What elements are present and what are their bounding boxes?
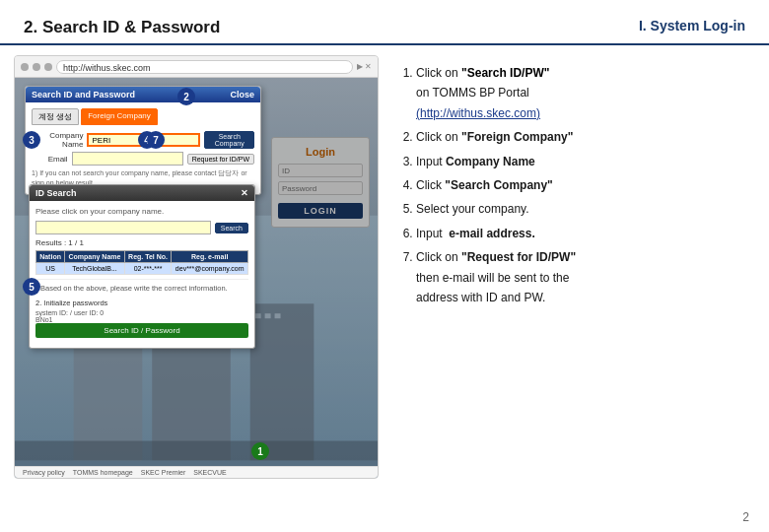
- dialog-close-btn[interactable]: Close: [230, 90, 254, 100]
- cell-nation: US: [36, 263, 65, 275]
- instruction-3: Input Company Name: [416, 152, 751, 171]
- circle-3: 3: [23, 131, 40, 149]
- tab-account-creation[interactable]: 계정 생성: [32, 108, 79, 125]
- dialog-title: Search ID and Password: [32, 90, 135, 100]
- tomms-link[interactable]: TOMMS homepage: [73, 469, 133, 476]
- browser-controls: ▶ ✕: [357, 62, 372, 71]
- instruction-5: Select your company.: [416, 199, 751, 219]
- footer-note: * Based on the above, please write the c…: [35, 284, 248, 295]
- dialog-titlebar: Search ID and Password Close: [26, 87, 260, 102]
- request-id-pw-btn[interactable]: Request for ID/PW: [187, 154, 254, 165]
- browser-footer: Privacy policy TOMMS homepage SKEC Premi…: [15, 466, 378, 478]
- browser-chrome: http://withus.skec.com ▶ ✕: [15, 56, 378, 78]
- id-search-footer: * Based on the above, please write the c…: [35, 279, 248, 295]
- col-nation: Nation: [36, 251, 65, 263]
- instruction-2: Click on "Foreign Company": [416, 127, 751, 147]
- search-company-btn[interactable]: Search Company: [204, 131, 254, 149]
- step1-link: "Search ID/PW": [461, 66, 549, 80]
- pw-section: 2. Initialize passwords system ID: / use…: [35, 299, 248, 323]
- email-input[interactable]: [72, 152, 183, 166]
- instruction-1: Click on "Search ID/PW" on TOMMS BP Port…: [416, 63, 751, 123]
- page-number: 2: [742, 510, 749, 524]
- main-content: http://withus.skec.com ▶ ✕ ← → KOR ENG: [0, 55, 769, 508]
- pw-section-title: 2. Initialize passwords: [35, 299, 248, 307]
- instructions-list: Click on "Search ID/PW" on TOMMS BP Port…: [400, 63, 751, 307]
- id-search-body: Please click on your company name. Searc…: [30, 201, 254, 348]
- browser-area: http://withus.skec.com ▶ ✕ ← → KOR ENG: [14, 55, 379, 479]
- pw-note: system ID: / user ID: 0: [35, 309, 248, 316]
- id-search-close[interactable]: ✕: [241, 188, 248, 198]
- dialog-tabs: 계정 생성 Foreign Company: [32, 108, 254, 125]
- circle-1-badge: 1: [251, 442, 269, 460]
- id-search-text-input[interactable]: [35, 221, 211, 234]
- id-search-titlebar: ID Search ✕: [30, 185, 254, 201]
- col-tel: Reg. Tel No.: [124, 251, 172, 263]
- table-row[interactable]: US TechGlobalB... 02-***-*** dev***@comp…: [36, 263, 248, 275]
- id-search-instruction: Please click on your company name.: [35, 207, 248, 217]
- id-search-btn[interactable]: Search: [215, 223, 248, 233]
- browser-dot-3: [44, 63, 52, 71]
- results-label: Results : 1 / 1: [35, 238, 248, 247]
- browser-dot-1: [21, 63, 29, 71]
- page-title: 2. Search ID & Password: [24, 18, 220, 37]
- page-section: I. System Log-in: [639, 18, 745, 33]
- email-form-row: Email Request for ID/PW: [32, 152, 254, 166]
- skecpremier-link[interactable]: SKEC Premier: [141, 469, 186, 476]
- results-table: Nation Company Name Reg. Tel No. Reg. e-…: [35, 250, 248, 275]
- page-header: 2. Search ID & Password I. System Log-in: [0, 0, 769, 45]
- email-label: Email: [32, 155, 68, 164]
- circle-2: 2: [177, 88, 195, 105]
- cell-tel: 02-***-***: [124, 263, 172, 275]
- step7-addr: address with ID and PW.: [416, 291, 545, 304]
- cell-company: TechGlobalB...: [65, 263, 125, 275]
- id-search-dialog: ID Search ✕ Please click on your company…: [29, 184, 255, 349]
- instructions-panel: Click on "Search ID/PW" on TOMMS BP Port…: [392, 55, 755, 508]
- instruction-7: Click on "Request for ID/PW" then e-mail…: [416, 247, 751, 307]
- cell-email: dev***@company.com: [172, 263, 248, 275]
- circle-5: 5: [23, 278, 40, 296]
- skecvue-link[interactable]: SKECVUE: [193, 469, 226, 476]
- id-search-input-row: Search: [35, 221, 248, 234]
- step1-url[interactable]: (http://withus.skec.com): [416, 106, 540, 120]
- instruction-4: Click "Search Company": [416, 175, 751, 195]
- col-email: Reg. e-mail: [172, 251, 248, 263]
- instruction-6: Input e-mail address.: [416, 224, 751, 243]
- browser-url: http://withus.skec.com: [56, 60, 353, 74]
- circle-7: 7: [147, 131, 165, 149]
- bno-note: BNo1: [35, 316, 248, 323]
- browser-dot-2: [33, 63, 40, 71]
- search-id-pw-btn[interactable]: Search ID / Password: [35, 323, 248, 338]
- tab-foreign-company[interactable]: Foreign Company: [81, 108, 158, 125]
- privacy-link[interactable]: Privacy policy: [23, 469, 65, 476]
- id-search-title: ID Search: [35, 188, 77, 198]
- col-company: Company Name: [65, 251, 125, 263]
